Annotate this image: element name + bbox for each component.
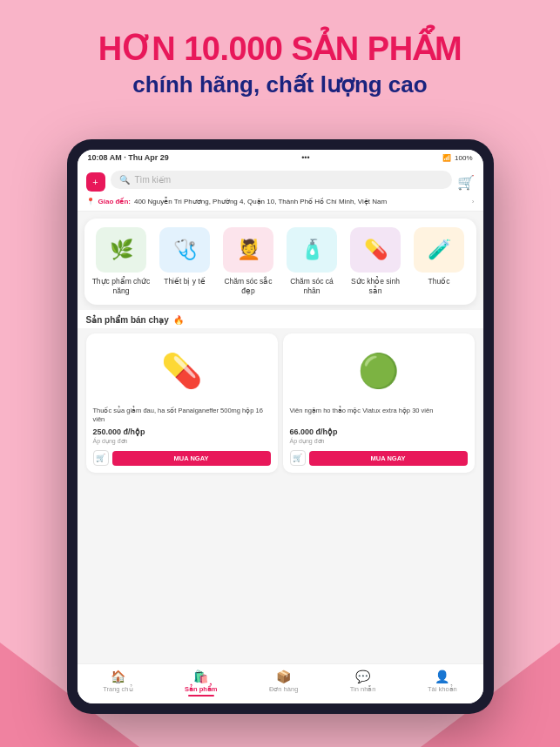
nav-label-orders: Đơn hàng <box>269 685 298 693</box>
search-bar[interactable]: 🔍 Tìm kiếm <box>111 171 452 189</box>
nav-label-products: Sản phẩm <box>185 685 218 693</box>
nav-label-account: Tài khoản <box>428 685 457 693</box>
add-to-cart-button-0[interactable]: 🛒 <box>93 450 109 466</box>
nav-label-messages: Tin nhắn <box>350 685 376 693</box>
location-chevron: › <box>472 198 475 205</box>
nav-label-home: Trang chủ <box>103 685 132 693</box>
category-item-thuoc[interactable]: 🧪 Thuốc <box>409 227 469 296</box>
battery-text: 100% <box>455 154 472 162</box>
products-section-title: Sản phẩm bán chạy <box>86 315 169 325</box>
product-actions-0: 🛒 MUA NGAY <box>93 450 271 466</box>
buy-now-button-0[interactable]: MUA NGAY <box>112 451 271 466</box>
search-placeholder: Tìm kiếm <box>135 175 443 185</box>
add-to-cart-button-1[interactable]: 🛒 <box>290 450 306 466</box>
category-item-suc-khoe[interactable]: 💊 Sức khỏe sinh sản <box>346 227 405 296</box>
search-icon: 🔍 <box>119 175 130 185</box>
messages-icon: 💬 <box>355 670 370 683</box>
status-bar: 10:08 AM · Thu Apr 29 ••• 📶 100% <box>78 150 483 165</box>
product-price-0: 250.000 đ/hộp <box>93 427 271 436</box>
bottom-nav: 🏠 Trang chủ 🛍️ Sản phẩm 📦 Đơn hàng 💬 Tin… <box>78 663 483 703</box>
category-label-cham-soc-ca-nhan: Chăm sóc cá nhân <box>282 277 341 296</box>
app-logo: + <box>86 172 105 192</box>
products-section: Sản phẩm bán chạy 🔥 💊 Thuốc sủa giảm đau… <box>78 310 483 663</box>
product-name-0: Thuốc sủa giảm đau, ha sốt Panalganeffer… <box>93 407 271 424</box>
category-icon-cham-soc-ca-nhan: 🧴 <box>287 227 337 273</box>
cart-header-icon[interactable]: 🛒 <box>457 174 475 191</box>
category-item-thuc-pham[interactable]: 🌿 Thực phẩm chức năng <box>91 227 151 296</box>
location-icon: 📍 <box>86 198 95 205</box>
category-item-cham-soc-dep[interactable]: 💆 Chăm sóc sắc đẹp <box>219 227 278 296</box>
nav-item-orders[interactable]: 📦 Đơn hàng <box>269 670 298 697</box>
category-icon-thuc-pham: 🌿 <box>96 227 146 273</box>
fire-icon: 🔥 <box>173 315 184 325</box>
status-time: 10:08 AM · Thu Apr 29 <box>88 153 169 162</box>
category-item-thiet-bi[interactable]: 🩺 Thiết bị y tế <box>155 227 214 296</box>
home-icon: 🏠 <box>111 670 125 683</box>
location-bar[interactable]: 📍 Giao đến: 400 Nguyễn Tri Phương, Phườn… <box>86 198 475 205</box>
category-icon-thuoc: 🧪 <box>414 227 464 273</box>
products-grid: 💊 Thuốc sủa giảm đau, ha sốt Panalganeff… <box>78 328 483 478</box>
app-header: + 🔍 Tìm kiếm 🛒 📍 Giao đến: 400 Nguyễn Tr… <box>78 165 483 212</box>
category-icon-cham-soc-dep: 💆 <box>223 227 273 273</box>
product-image-1: 🟢 <box>290 340 468 401</box>
product-emoji-0: 💊 <box>161 352 202 390</box>
product-price-1: 66.000 đ/hộp <box>290 427 468 436</box>
header-section: HƠN 10.000 SẢN PHẨM chính hãng, chất lượ… <box>0 0 560 114</box>
nav-item-account[interactable]: 👤 Tài khoản <box>428 670 457 697</box>
nav-item-messages[interactable]: 💬 Tin nhắn <box>350 670 376 697</box>
buy-now-button-1[interactable]: MUA NGAY <box>309 451 468 466</box>
header-sub-text: chính hãng, chất lượng cao <box>0 71 560 98</box>
nav-item-products[interactable]: 🛍️ Sản phẩm <box>185 670 218 697</box>
category-label-thuoc: Thuốc <box>428 277 450 286</box>
product-price-note-1: Áp dụng đơn <box>290 438 468 445</box>
location-address: 400 Nguyễn Tri Phương, Phường 4, Quận 10… <box>134 198 469 205</box>
category-label-thuc-pham: Thực phẩm chức năng <box>91 277 151 296</box>
categories-card: 🌿 Thực phẩm chức năng 🩺 Thiết bị y tế 💆 … <box>84 219 476 305</box>
tablet-frame: 10:08 AM · Thu Apr 29 ••• 📶 100% + 🔍 Tìm… <box>67 139 494 714</box>
products-header: Sản phẩm bán chạy 🔥 <box>78 310 483 328</box>
nav-item-home[interactable]: 🏠 Trang chủ <box>103 670 132 697</box>
nav-active-indicator <box>188 695 214 697</box>
product-image-0: 💊 <box>93 340 271 401</box>
category-item-cham-soc-ca-nhan[interactable]: 🧴 Chăm sóc cá nhân <box>282 227 341 296</box>
product-card-1: 🟢 Viên ngậm ho thảo mộc Viatux extra hộp… <box>283 333 475 473</box>
product-card-0: 💊 Thuốc sủa giảm đau, ha sốt Panalganeff… <box>86 333 278 473</box>
category-label-cham-soc-dep: Chăm sóc sắc đẹp <box>219 277 278 296</box>
orders-icon: 📦 <box>276 670 291 683</box>
status-right: 📶 100% <box>442 154 472 162</box>
product-price-note-0: Áp dụng đơn <box>93 438 271 445</box>
category-label-thiet-bi: Thiết bị y tế <box>164 277 206 286</box>
wifi-icon: 📶 <box>442 154 451 162</box>
category-icon-suc-khoe: 💊 <box>350 227 401 273</box>
category-icon-thiet-bi: 🩺 <box>159 227 210 273</box>
product-emoji-1: 🟢 <box>358 352 399 390</box>
category-label-suc-khoe: Sức khỏe sinh sản <box>346 277 405 296</box>
account-icon: 👤 <box>435 670 449 683</box>
location-label: Giao đến: <box>98 198 131 205</box>
products-icon: 🛍️ <box>193 670 208 683</box>
header-main-text: HƠN 10.000 SẢN PHẨM <box>0 31 560 68</box>
product-actions-1: 🛒 MUA NGAY <box>290 450 468 466</box>
tablet-screen: 10:08 AM · Thu Apr 29 ••• 📶 100% + 🔍 Tìm… <box>78 150 483 703</box>
more-icon: ••• <box>301 153 309 162</box>
product-name-1: Viên ngậm ho thảo mộc Viatux extra hộp 3… <box>290 407 468 424</box>
